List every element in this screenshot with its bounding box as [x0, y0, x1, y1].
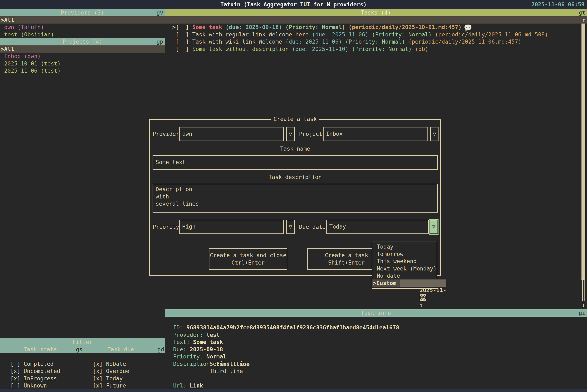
- task-info-title: Task info: [361, 310, 391, 316]
- due-date-dropdown-popup: Today Tomorrow This weekend Next week (M…: [372, 241, 437, 289]
- task-name: Some task without description: [192, 46, 289, 52]
- task-info-priority: Priority: Normal: [166, 346, 226, 353]
- task-row-3[interactable]: [ ] Task with wiki link Welcome (due: 20…: [165, 31, 587, 38]
- help-bar: Help: ?, Create task: a, Edit task: e, D…: [0, 382, 587, 389]
- task-info-url: Url: Link: [166, 375, 203, 382]
- project-item-inbox[interactable]: Inbox (own): [0, 52, 165, 60]
- task-info-id: ID: 96893814a04a79b2fce8d3935408f4fa1f92…: [166, 317, 399, 324]
- task-row-2[interactable]: [ ] Task with regular link Welcome here …: [165, 24, 587, 31]
- task-description-input[interactable]: Description with several lines: [153, 184, 438, 212]
- task-info-header: Task info gi: [165, 309, 587, 317]
- filter-state-keybind-hint: gs: [76, 346, 83, 353]
- filter-state-uncompleted[interactable]: [x] Uncompleted: [4, 360, 60, 368]
- provider-dropdown-button[interactable]: ▽: [286, 127, 295, 141]
- description-line: with: [156, 193, 435, 200]
- filter-due-today[interactable]: [x] Today: [86, 368, 123, 375]
- scrollbar-up-arrow[interactable]: ↑: [582, 16, 585, 24]
- dropdown-arrow-icon: ▽: [289, 130, 292, 137]
- filter-title: Filter: [0, 338, 165, 346]
- custom-date-day[interactable]: 09: [420, 294, 427, 301]
- project-dropdown-button[interactable]: ▽: [430, 127, 439, 141]
- projects-header: Projects (4) gp: [0, 38, 165, 46]
- due-option-today[interactable]: Today: [372, 243, 437, 250]
- tasks-header: Tasks (4) gt: [165, 9, 587, 16]
- providers-title: Providers (3): [61, 10, 104, 16]
- task-row-4[interactable]: [ ] Some task without description (due: …: [165, 38, 587, 46]
- task-priority: (Priority: Normal): [349, 46, 412, 52]
- tasks-title: Tasks (4): [361, 10, 391, 16]
- dialog-title: Create a task: [271, 116, 319, 122]
- filter-due-keybind-hint: gd: [157, 346, 164, 353]
- scrollbar-down-arrow[interactable]: ↓: [582, 301, 585, 308]
- scrollbar-thumb[interactable]: [582, 24, 585, 280]
- filter-due-future[interactable]: [x] Future: [86, 375, 126, 382]
- provider-item-all[interactable]: >All: [0, 16, 165, 24]
- task-info-description-line2: Second line: [210, 360, 246, 368]
- projects-keybind-hint: gp: [156, 38, 163, 46]
- filter-due-label: Task due: [107, 346, 134, 353]
- create-and-close-button[interactable]: Create a task and close Ctrl+Enter: [209, 248, 287, 270]
- title-bar: Tatuin (Task Aggregator TUI for N provid…: [0, 0, 587, 9]
- filter-state-label: Task state: [23, 346, 57, 353]
- custom-date-editor[interactable]: 2025-11- 09 ↕: [400, 280, 446, 287]
- task-info-description: Description: First line: [166, 353, 250, 360]
- spinner-arrows-icon[interactable]: ↕: [420, 302, 423, 308]
- custom-date-month[interactable]: 2025-11-: [420, 287, 446, 294]
- custom-option-prefix: >Custom: [372, 280, 400, 287]
- filter-state-unknown[interactable]: [ ] Unknown: [4, 375, 47, 382]
- task-checkbox[interactable]: [ ]: [176, 46, 192, 52]
- task-info-due: Due: 2025-09-18: [166, 338, 223, 346]
- description-line: several lines: [156, 200, 435, 208]
- priority-input[interactable]: High: [179, 220, 284, 234]
- provider-item-own[interactable]: own (Tatuin): [0, 24, 165, 31]
- due-date-input[interactable]: Today: [326, 220, 429, 234]
- filter-header: Filter Task state gs Task due gd: [0, 338, 165, 353]
- task-info-text: Text: Some task: [166, 331, 223, 338]
- providers-header: Providers (3) gv: [0, 9, 165, 16]
- project-item-all[interactable]: >All: [0, 46, 165, 53]
- project-label: Project: [299, 127, 322, 141]
- dropdown-arrow-icon: ▽: [433, 130, 436, 137]
- clock: 2025-11-06 06:59: [531, 0, 585, 9]
- provider-item-test[interactable]: test (Obsidian): [0, 31, 165, 38]
- dropdown-arrow-icon: ▽: [289, 224, 292, 230]
- task-source: (db): [412, 46, 428, 52]
- description-line: Description: [156, 186, 435, 193]
- priority-label: Priority: [153, 220, 179, 234]
- task-row-1[interactable]: >[ ] Some task (due: 2025-09-18) (Priori…: [165, 16, 587, 24]
- project-item-2025-10-01[interactable]: 2025-10-01 (test): [0, 60, 165, 67]
- task-due: (due: 2025-11-10): [289, 46, 349, 52]
- task-info-description-line3: Third line: [210, 368, 243, 375]
- scrollbar-track[interactable]: [582, 280, 585, 301]
- task-description-label: Task description: [150, 174, 440, 181]
- due-option-no-date[interactable]: No date: [372, 272, 437, 280]
- task-name-label: Task name: [150, 145, 440, 152]
- project-input[interactable]: Inbox: [323, 127, 428, 141]
- tasks-keybind-hint: gt: [579, 9, 585, 16]
- tatuin-tui-app: { "colors": { "background": "#272727", "…: [0, 0, 587, 392]
- projects-title: Projects (4): [62, 38, 102, 45]
- dropdown-arrow-icon: ▽: [432, 224, 436, 230]
- due-option-tomorrow[interactable]: Tomorrow: [372, 250, 437, 258]
- window-bottom-edge: [0, 389, 587, 392]
- due-date-label: Due date: [299, 220, 326, 234]
- project-item-2025-11-06[interactable]: 2025-11-06 (test): [0, 67, 165, 74]
- provider-label: Provider: [153, 127, 179, 141]
- provider-input[interactable]: own: [179, 127, 284, 141]
- providers-keybind-hint: gv: [156, 9, 163, 16]
- due-date-dropdown-button[interactable]: ▽: [429, 219, 439, 235]
- task-name-input[interactable]: Some text: [153, 155, 438, 170]
- app-title: Tatuin (Task Aggregator TUI for N provid…: [0, 0, 587, 9]
- filter-due-nodate[interactable]: [x] NoDate: [86, 353, 126, 360]
- due-option-this-weekend[interactable]: This weekend: [372, 258, 437, 265]
- filter-state-inprogress[interactable]: [x] InProgress: [4, 368, 57, 375]
- task-info-keybind-hint: gi: [579, 309, 585, 317]
- due-option-next-week[interactable]: Next week (Monday): [372, 265, 437, 272]
- filter-state-completed[interactable]: [ ] Completed: [4, 353, 53, 360]
- due-option-custom[interactable]: >Custom 2025-11- 09 ↕: [372, 280, 437, 287]
- task-info-provider: Provider: test: [166, 324, 220, 331]
- filter-due-overdue[interactable]: [x] Overdue: [86, 360, 129, 368]
- priority-dropdown-button[interactable]: ▽: [286, 220, 295, 234]
